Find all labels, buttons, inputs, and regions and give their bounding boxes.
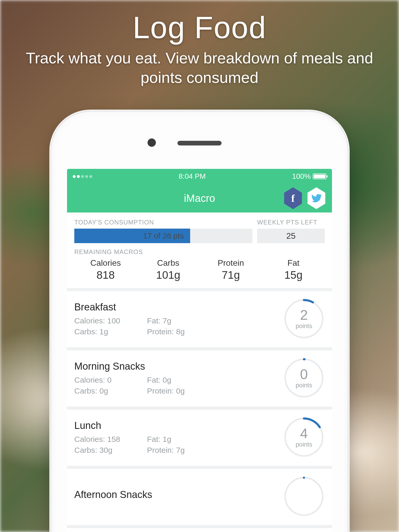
meal-stats: Calories: 100Fat: 7gCarbs: 1gProtein: 8g (74, 316, 283, 336)
battery-icon (313, 174, 326, 179)
app-navbar: iMacro f (67, 184, 332, 212)
meal-points-value: 4 (300, 426, 308, 440)
signal-strength-icon (73, 175, 92, 178)
macro-protein-value: 71g (200, 269, 262, 281)
status-time: 8:04 PM (179, 172, 206, 181)
consumption-progress-text: 17 of 26 pts (143, 231, 184, 240)
status-bar: 8:04 PM 100% (67, 169, 332, 184)
meal-points-label: points (296, 322, 312, 330)
promo-subtitle: Track what you eat. View breakdown of me… (0, 48, 399, 87)
meal-protein: Protein: 7g (147, 446, 220, 455)
meal-row[interactable]: BreakfastCalories: 100Fat: 7gCarbs: 1gPr… (67, 291, 332, 350)
app-screen: 8:04 PM 100% iMacro f TODAY'S CONSUMPTIO… (67, 169, 332, 532)
macro-fat-label: Fat (262, 258, 325, 268)
meal-points-value: 2 (300, 308, 308, 322)
meal-row[interactable]: Morning SnacksCalories: 0Fat: 0gCarbs: 0… (67, 350, 332, 410)
meal-name: Breakfast (74, 302, 283, 313)
macro-calories-value: 818 (74, 269, 137, 281)
facebook-share-button[interactable]: f (283, 187, 303, 209)
meal-fat: Fat: 1g (147, 435, 220, 444)
points-ring: 2points (283, 298, 325, 340)
meal-name: Lunch (74, 420, 283, 431)
meal-carbs: Carbs: 30g (74, 446, 147, 455)
meal-points-label: points (296, 441, 312, 448)
phone-speaker-icon (177, 141, 222, 145)
meal-name: Afternoon Snacks (74, 489, 283, 500)
meal-fat: Fat: 7g (147, 316, 220, 325)
phone-frame: 8:04 PM 100% iMacro f TODAY'S CONSUMPTIO… (51, 112, 348, 532)
meal-row[interactable]: LunchCalories: 158Fat: 1gCarbs: 30gProte… (67, 410, 332, 469)
meal-calories: Calories: 0 (74, 376, 147, 384)
summary-card: TODAY'S CONSUMPTION 17 of 26 pts WEEKLY … (67, 212, 332, 291)
battery-indicator: 100% (292, 172, 326, 181)
meal-protein: Protein: 0g (147, 387, 220, 395)
points-ring: 0points (283, 357, 325, 399)
app-title: iMacro (184, 192, 215, 204)
meal-row[interactable]: Afternoon Snacks (67, 469, 332, 528)
consumption-label: TODAY'S CONSUMPTION (74, 219, 252, 226)
meal-calories: Calories: 158 (74, 435, 147, 444)
meal-fat: Fat: 0g (147, 376, 220, 384)
meal-stats: Calories: 158Fat: 1gCarbs: 30gProtein: 7… (74, 435, 283, 455)
meal-points-value: 0 (300, 367, 308, 381)
macros-row: Calories818 Carbs101g Protein71g Fat15g (74, 258, 325, 281)
battery-percentage: 100% (292, 172, 311, 181)
meal-points-label: points (296, 382, 312, 389)
weekly-points-label: WEEKLY PTS LEFT (257, 219, 325, 226)
consumption-progress-bar[interactable]: 17 of 26 pts (74, 229, 252, 243)
promo-text-block: Log Food Track what you eat. View breakd… (0, 10, 399, 87)
macro-carbs-value: 101g (137, 269, 200, 281)
meal-calories: Calories: 100 (74, 316, 147, 325)
meal-stats: Calories: 0Fat: 0gCarbs: 0gProtein: 0g (74, 376, 283, 395)
meal-carbs: Carbs: 0g (74, 387, 147, 395)
weekly-points-value: 25 (257, 229, 325, 243)
remaining-macros-label: REMAINING MACROS (74, 248, 325, 256)
meal-name: Morning Snacks (74, 361, 283, 372)
macro-fat-value: 15g (262, 269, 325, 281)
meal-protein: Protein: 8g (147, 327, 220, 336)
macro-carbs-label: Carbs (137, 258, 200, 268)
macro-protein-label: Protein (200, 258, 262, 268)
phone-camera-icon (148, 138, 156, 147)
twitter-icon (311, 193, 322, 204)
meal-carbs: Carbs: 1g (74, 327, 147, 336)
macro-calories-label: Calories (74, 258, 137, 268)
promo-title: Log Food (0, 10, 399, 45)
twitter-share-button[interactable] (307, 187, 326, 209)
points-ring: 4points (283, 416, 325, 458)
points-ring (283, 476, 325, 517)
